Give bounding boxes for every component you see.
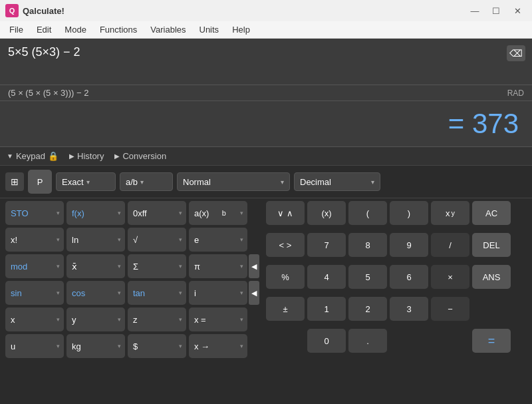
x-button[interactable]: x▾: [5, 307, 64, 331]
four-button[interactable]: 4: [307, 265, 346, 289]
side-arrow-bottom[interactable]: ◀: [249, 281, 259, 305]
two-button[interactable]: 2: [348, 297, 387, 321]
parsed-expression: (5 × (5 × (5 × 3))) − 2: [8, 88, 88, 98]
blank-r4: [472, 297, 511, 321]
ans-button[interactable]: ANS: [472, 265, 511, 289]
conversion-tab[interactable]: ▶ Conversion: [114, 151, 166, 161]
blank-r5: [266, 329, 305, 353]
power-button[interactable]: xy: [431, 201, 469, 225]
maximize-button[interactable]: ☐: [487, 4, 505, 17]
side-arrow-top[interactable]: ◀: [249, 254, 259, 278]
decimal-arrow: ▾: [371, 178, 374, 186]
ab-label: a/b: [126, 177, 138, 187]
three-button[interactable]: 3: [390, 297, 428, 321]
divide-button[interactable]: /: [431, 233, 469, 257]
menu-variables[interactable]: Variables: [144, 23, 192, 36]
sum-button[interactable]: Σ▾: [128, 254, 186, 278]
xeq-button[interactable]: x =▾: [189, 307, 247, 331]
history-label: History: [77, 151, 104, 161]
hex-button[interactable]: 0xff▾: [128, 201, 186, 225]
cos-button[interactable]: cos▾: [66, 281, 125, 305]
lock-icon: 🔒: [48, 151, 59, 161]
pi-button[interactable]: π▾: [189, 254, 247, 278]
factorial-button[interactable]: x!▾: [5, 228, 64, 252]
normal-dropdown[interactable]: Normal ▾: [177, 172, 290, 191]
compare-button[interactable]: < >: [266, 233, 305, 257]
minus-button[interactable]: −: [431, 297, 469, 321]
fx-button[interactable]: f(x)▾: [66, 201, 125, 225]
p-button[interactable]: P: [28, 170, 52, 194]
tan-button[interactable]: tan▾: [128, 281, 186, 305]
axb-button[interactable]: a(x)b▾: [189, 201, 247, 225]
e-button[interactable]: e▾: [189, 228, 247, 252]
zero-button[interactable]: 0: [307, 329, 346, 353]
window-controls: — ☐ ✕: [466, 4, 527, 17]
i-button[interactable]: i▾: [189, 281, 247, 305]
sto-button[interactable]: STO▾: [5, 201, 64, 225]
open-paren-button[interactable]: (: [348, 201, 387, 225]
z-button[interactable]: z▾: [128, 307, 186, 331]
backspace-button[interactable]: ⌫: [507, 45, 525, 61]
minimize-button[interactable]: —: [466, 4, 484, 17]
right-keypad: ∨ ∧ (x) ( ) xy AC < > 7 8 9 / DEL % 4 5 …: [266, 201, 511, 358]
multiply-button[interactable]: ×: [431, 265, 469, 289]
normal-label: Normal: [183, 177, 211, 187]
dot-button[interactable]: .: [348, 329, 387, 353]
keypad-header: ▼ Keypad 🔒 ▶ History ▶ Conversion: [0, 147, 532, 166]
u-button[interactable]: u▾: [5, 334, 64, 358]
keypad-label: Keypad: [16, 151, 45, 161]
y-button[interactable]: y▾: [66, 307, 125, 331]
menu-help[interactable]: Help: [225, 23, 257, 36]
ab-dropdown[interactable]: a/b ▾: [120, 172, 173, 191]
menu-mode[interactable]: Mode: [58, 23, 93, 36]
mean-button[interactable]: x̄▾: [66, 254, 125, 278]
ac-button[interactable]: AC: [472, 201, 511, 225]
paren-x-button[interactable]: (x): [307, 201, 346, 225]
exact-arrow: ▾: [86, 178, 90, 186]
big-result-area: = 373: [0, 101, 532, 147]
history-arrow: ▶: [69, 152, 74, 160]
normal-arrow: ▾: [281, 178, 284, 186]
grid-button[interactable]: ⊞: [5, 172, 24, 191]
history-tab[interactable]: ▶ History: [69, 151, 104, 161]
menu-units[interactable]: Units: [193, 23, 226, 36]
ln-button[interactable]: ln▾: [66, 228, 125, 252]
ab-arrow: ▾: [140, 178, 144, 186]
decimal-dropdown[interactable]: Decimal ▾: [294, 172, 380, 191]
close-button[interactable]: ✕: [508, 4, 527, 17]
close-paren-button[interactable]: ): [390, 201, 428, 225]
conversion-label: Conversion: [122, 151, 166, 161]
kg-button[interactable]: kg▾: [66, 334, 125, 358]
right-section: ∨ ∧ (x) ( ) xy AC < > 7 8 9 / DEL % 4 5 …: [261, 201, 511, 358]
xarrow-button[interactable]: x →▾: [189, 334, 247, 358]
dollar-button[interactable]: $▾: [128, 334, 186, 358]
six-button[interactable]: 6: [390, 265, 428, 289]
nine-button[interactable]: 9: [390, 233, 428, 257]
eight-button[interactable]: 8: [348, 233, 387, 257]
exact-dropdown[interactable]: Exact ▾: [56, 172, 116, 191]
sin-button[interactable]: sin▾: [5, 281, 64, 305]
five-button[interactable]: 5: [348, 265, 387, 289]
del-button[interactable]: DEL: [472, 233, 511, 257]
conversion-arrow: ▶: [114, 152, 120, 160]
menu-functions[interactable]: Functions: [93, 23, 144, 36]
expression-input[interactable]: 5×5 (5×3) − 2: [8, 45, 505, 59]
equals-button[interactable]: =: [472, 329, 511, 353]
menu-edit[interactable]: Edit: [30, 23, 58, 36]
angle-mode-badge: RAD: [507, 89, 524, 98]
app-title: Qalculate!: [23, 6, 65, 16]
one-button[interactable]: 1: [307, 297, 346, 321]
plusminus-button[interactable]: ±: [266, 297, 305, 321]
mod-button[interactable]: mod▾: [5, 254, 64, 278]
keypad-tab[interactable]: ▼ Keypad 🔒: [7, 151, 59, 161]
title-bar: Q Qalculate! — ☐ ✕: [0, 0, 532, 21]
menu-file[interactable]: File: [3, 23, 30, 36]
sqrt-button[interactable]: √▾: [128, 228, 186, 252]
blank2-r5: [390, 329, 428, 353]
side-arrows: ◀ ◀: [249, 201, 259, 358]
left-keypad: STO▾ f(x)▾ 0xff▾ a(x)b▾ x!▾ ln▾ √▾ e▾ mo…: [5, 201, 247, 358]
logic-button[interactable]: ∨ ∧: [266, 201, 305, 225]
keypad-arrow: ▼: [7, 152, 13, 160]
seven-button[interactable]: 7: [307, 233, 346, 257]
percent-button[interactable]: %: [266, 265, 305, 289]
